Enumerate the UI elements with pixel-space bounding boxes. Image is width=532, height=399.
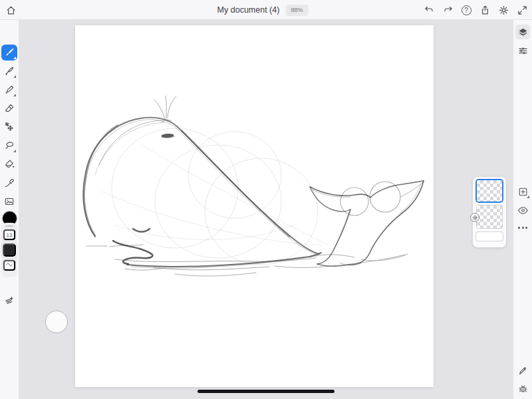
panel-drag-handle[interactable] [5,225,13,227]
eyedropper-tool[interactable] [1,175,17,191]
bug-icon [517,383,529,394]
smoothing-wave-icon [5,261,14,271]
settings-gear-icon [498,5,509,16]
eraser-icon [3,102,15,114]
home-indicator-bar[interactable] [198,390,334,393]
fill-tool[interactable] [1,156,17,172]
move-tool[interactable] [1,119,17,135]
lasso-tool[interactable] [1,138,17,154]
layers-panel-button[interactable] [515,25,530,39]
layers-icon [517,27,529,38]
report-bug-button[interactable] [515,381,530,396]
add-layer-button[interactable] [515,184,530,199]
layer-badge-icon [470,213,479,222]
brush-size-field[interactable]: 13 [3,229,15,240]
zoom-level-badge: 88% [285,5,308,16]
adjustments-button[interactable] [515,43,530,58]
document-title: My document (4) [217,5,280,15]
right-toolbar [513,20,532,399]
move-icon [3,121,15,133]
touch-shortcut-button[interactable] [45,311,68,333]
marker-tool[interactable] [1,82,17,98]
brush-options-panel: 13 [1,223,17,277]
background-layer-thumbnail[interactable] [476,232,503,241]
stroke-adjust-button[interactable] [1,291,17,307]
whale-sketch [75,25,434,387]
home-icon [5,5,17,16]
redo-icon [442,5,454,16]
help-icon: ? [462,5,471,15]
layer-thumbnail-selected[interactable] [477,180,502,201]
paint-brush-tool[interactable] [1,45,17,61]
redo-button[interactable] [440,3,455,17]
more-options-icon [518,227,527,229]
share-button[interactable] [477,3,492,17]
pencil-icon [517,365,529,376]
fullscreen-icon [517,5,528,16]
live-brush-tool[interactable] [1,63,17,79]
marker-icon [3,84,15,96]
topbar: My document (4) 88% ? [0,0,532,20]
image-icon [3,196,15,207]
help-button[interactable]: ? [459,3,473,17]
undo-icon [424,5,435,16]
smoothing-button[interactable] [3,260,15,271]
stroke-adjust-icon [3,293,15,305]
secondary-color-swatch[interactable] [3,243,16,257]
add-layer-icon [517,186,529,198]
live-brush-icon [3,65,15,77]
undo-button[interactable] [422,3,436,17]
settings-button[interactable] [496,3,511,17]
layer-visibility-button[interactable] [515,203,530,217]
fullscreen-button[interactable] [515,3,529,17]
left-toolbar: 13 [0,20,19,399]
lasso-icon [3,140,15,152]
fill-icon [3,158,15,170]
share-icon [479,5,491,16]
layer-thumbnail[interactable] [477,205,502,228]
paint-brush-icon [3,47,15,59]
visibility-eye-icon [517,205,529,216]
document-title-group: My document (4) 88% [217,0,309,20]
eraser-tool[interactable] [1,100,17,116]
layers-panel [473,177,506,247]
place-image-tool[interactable] [1,194,17,209]
eyedropper-icon [3,177,15,189]
drawing-canvas[interactable] [75,25,434,387]
fresco-app: My document (4) 88% ? [0,0,532,399]
home-button[interactable] [3,3,18,17]
more-options-button[interactable] [515,220,530,235]
pencil-settings-button[interactable] [515,363,530,378]
adjustments-sliders-icon [517,45,529,57]
